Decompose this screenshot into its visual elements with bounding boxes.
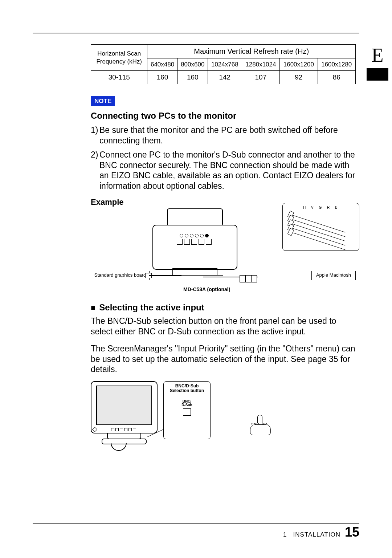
- cell-v3: 107: [242, 71, 279, 84]
- cell-v4: 92: [280, 71, 318, 84]
- cell-freq: 30-115: [91, 71, 147, 84]
- cell-v5: 86: [318, 71, 355, 84]
- col-1024x768: 1024x768: [208, 58, 242, 71]
- col-1600x1200: 1600x1200: [280, 58, 318, 71]
- callout-title-l1: BNC/D-Sub: [175, 383, 199, 388]
- mac-adapter-icon: [240, 273, 261, 280]
- heading-connecting-two-pcs: Connecting two PCs to the monitor: [91, 110, 356, 121]
- list-item: 1) Be sure that the monitor and the PC a…: [91, 125, 356, 146]
- cell-v1: 160: [177, 71, 208, 84]
- note-badge: NOTE: [91, 96, 115, 106]
- col-1280x1024: 1280x1024: [242, 58, 279, 71]
- paragraph: The ScreenManager's "Input Priority" set…: [91, 343, 356, 375]
- chapter-number: 1: [283, 531, 287, 538]
- list-text: Connect one PC to the monitor's D-Sub co…: [99, 150, 356, 191]
- standard-graphics-board-label: Standard graphics board: [91, 271, 150, 280]
- button-label-l2: D-Sub: [181, 403, 192, 407]
- monitor-front-icon: [91, 381, 156, 436]
- col-800x600: 800x600: [177, 58, 208, 71]
- monitor-rear-icon: [152, 208, 236, 274]
- page-footer: 1 INSTALLATION 15: [283, 525, 359, 540]
- hand-press-icon: [246, 415, 272, 437]
- col-1600x1280: 1600x1280: [318, 58, 355, 71]
- callout-title-l2: Selection button: [170, 388, 204, 393]
- table-groupheader: Maximum Vertical Refresh rate (Hz): [147, 45, 356, 58]
- refresh-rate-table: Horizontal Scan Frequency (kHz) Maximum …: [91, 44, 356, 84]
- language-tab: E: [367, 45, 388, 81]
- bottom-rule: [33, 523, 359, 524]
- chapter-title: INSTALLATION: [293, 531, 340, 538]
- list-item: 2) Connect one PC to the monitor's D-Sub…: [91, 150, 356, 191]
- page-number: 15: [345, 525, 359, 540]
- col-640x480: 640x480: [147, 58, 177, 71]
- cell-v2: 142: [208, 71, 242, 84]
- list-number: 1): [91, 125, 99, 146]
- paragraph: The BNC/D-Sub selection button on the fr…: [91, 316, 356, 337]
- bnc-dsub-button-callout: BNC/D-Sub Selection button BNC/ D-Sub: [163, 381, 211, 439]
- cell-v0: 160: [147, 71, 177, 84]
- bnc-cable-callout: H V G R B: [282, 203, 359, 251]
- list-number: 2): [91, 150, 99, 191]
- bnc-signal-letters: H V G R B: [303, 205, 340, 210]
- list-text: Be sure that the monitor and the PC are …: [99, 125, 356, 146]
- front-panel-diagram: BNC/D-Sub Selection button BNC/ D-Sub: [91, 381, 356, 454]
- table-rowheader: Horizontal Scan Frequency (kHz): [91, 45, 147, 71]
- bnc-dsub-button-icon: [183, 408, 191, 416]
- cable-line-left: [149, 275, 181, 276]
- connection-diagram: H V G R B: [91, 208, 356, 296]
- md-c53a-label: MD-C53A (optional): [183, 286, 230, 293]
- heading-selecting-active-input: Selecting the active input: [91, 302, 356, 313]
- apple-macintosh-label: Apple Macintosh: [311, 271, 356, 280]
- top-rule: [33, 33, 359, 33]
